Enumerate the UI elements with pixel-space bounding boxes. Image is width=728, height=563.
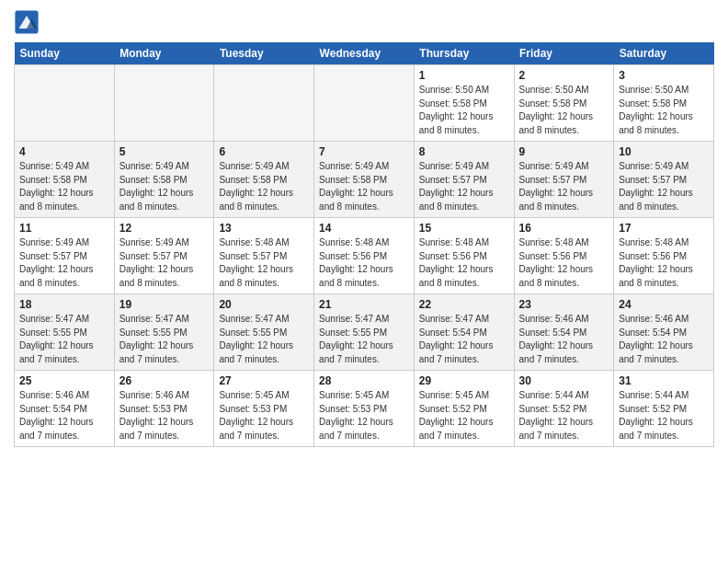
day-number: 2 bbox=[519, 69, 609, 82]
calendar-cell: 6Sunrise: 5:49 AM Sunset: 5:58 PM Daylig… bbox=[214, 142, 314, 218]
day-info: Sunrise: 5:49 AM Sunset: 5:58 PM Dayligh… bbox=[219, 160, 309, 213]
day-number: 17 bbox=[619, 222, 709, 235]
weekday-header-thursday: Thursday bbox=[414, 42, 514, 65]
calendar-cell: 16Sunrise: 5:48 AM Sunset: 5:56 PM Dayli… bbox=[514, 218, 614, 294]
calendar-cell: 18Sunrise: 5:47 AM Sunset: 5:55 PM Dayli… bbox=[15, 294, 115, 371]
calendar-cell: 23Sunrise: 5:46 AM Sunset: 5:54 PM Dayli… bbox=[514, 294, 614, 371]
calendar-cell: 13Sunrise: 5:48 AM Sunset: 5:57 PM Dayli… bbox=[214, 218, 314, 294]
day-number: 20 bbox=[219, 298, 309, 311]
calendar-header-row: SundayMondayTuesdayWednesdayThursdayFrid… bbox=[15, 42, 714, 65]
day-info: Sunrise: 5:46 AM Sunset: 5:54 PM Dayligh… bbox=[619, 313, 709, 366]
day-number: 1 bbox=[419, 69, 509, 82]
day-number: 23 bbox=[519, 298, 609, 311]
calendar-cell: 30Sunrise: 5:44 AM Sunset: 5:52 PM Dayli… bbox=[514, 371, 614, 447]
calendar-cell: 1Sunrise: 5:50 AM Sunset: 5:58 PM Daylig… bbox=[414, 65, 514, 142]
calendar-cell: 3Sunrise: 5:50 AM Sunset: 5:58 PM Daylig… bbox=[614, 65, 714, 142]
calendar-table: SundayMondayTuesdayWednesdayThursdayFrid… bbox=[14, 42, 714, 447]
logo-icon bbox=[14, 9, 40, 35]
calendar-cell bbox=[314, 65, 415, 142]
calendar-cell bbox=[214, 65, 314, 142]
calendar-cell: 2Sunrise: 5:50 AM Sunset: 5:58 PM Daylig… bbox=[514, 65, 614, 142]
day-number: 11 bbox=[19, 222, 109, 235]
day-info: Sunrise: 5:48 AM Sunset: 5:56 PM Dayligh… bbox=[519, 236, 609, 290]
day-info: Sunrise: 5:48 AM Sunset: 5:56 PM Dayligh… bbox=[419, 236, 509, 290]
day-number: 26 bbox=[119, 374, 210, 387]
day-info: Sunrise: 5:47 AM Sunset: 5:55 PM Dayligh… bbox=[119, 313, 210, 366]
calendar-week-1: 1Sunrise: 5:50 AM Sunset: 5:58 PM Daylig… bbox=[15, 65, 714, 142]
day-info: Sunrise: 5:45 AM Sunset: 5:53 PM Dayligh… bbox=[219, 389, 309, 442]
calendar-cell: 24Sunrise: 5:46 AM Sunset: 5:54 PM Dayli… bbox=[614, 294, 714, 371]
calendar-cell: 4Sunrise: 5:49 AM Sunset: 5:58 PM Daylig… bbox=[15, 142, 115, 218]
calendar-cell: 12Sunrise: 5:49 AM Sunset: 5:57 PM Dayli… bbox=[114, 218, 214, 294]
day-number: 7 bbox=[319, 145, 409, 158]
day-info: Sunrise: 5:49 AM Sunset: 5:57 PM Dayligh… bbox=[519, 160, 609, 213]
day-info: Sunrise: 5:47 AM Sunset: 5:55 PM Dayligh… bbox=[19, 313, 109, 366]
calendar-cell: 11Sunrise: 5:49 AM Sunset: 5:57 PM Dayli… bbox=[15, 218, 115, 294]
day-number: 18 bbox=[19, 298, 109, 311]
day-number: 27 bbox=[219, 374, 309, 387]
weekday-header-sunday: Sunday bbox=[15, 42, 115, 65]
day-number: 15 bbox=[419, 222, 509, 235]
day-number: 3 bbox=[619, 69, 709, 82]
logo bbox=[14, 9, 43, 35]
day-info: Sunrise: 5:49 AM Sunset: 5:57 PM Dayligh… bbox=[19, 236, 109, 290]
calendar-cell: 5Sunrise: 5:49 AM Sunset: 5:58 PM Daylig… bbox=[114, 142, 214, 218]
day-info: Sunrise: 5:49 AM Sunset: 5:57 PM Dayligh… bbox=[419, 160, 509, 213]
calendar-cell bbox=[15, 65, 115, 142]
day-number: 21 bbox=[319, 298, 409, 311]
weekday-header-monday: Monday bbox=[114, 42, 214, 65]
day-info: Sunrise: 5:48 AM Sunset: 5:56 PM Dayligh… bbox=[619, 236, 709, 290]
weekday-header-friday: Friday bbox=[514, 42, 614, 65]
calendar-cell: 20Sunrise: 5:47 AM Sunset: 5:55 PM Dayli… bbox=[214, 294, 314, 371]
calendar-cell: 9Sunrise: 5:49 AM Sunset: 5:57 PM Daylig… bbox=[514, 142, 614, 218]
day-info: Sunrise: 5:46 AM Sunset: 5:54 PM Dayligh… bbox=[519, 313, 609, 366]
calendar-cell: 15Sunrise: 5:48 AM Sunset: 5:56 PM Dayli… bbox=[414, 218, 514, 294]
calendar-cell: 26Sunrise: 5:46 AM Sunset: 5:53 PM Dayli… bbox=[114, 371, 214, 447]
calendar-cell: 29Sunrise: 5:45 AM Sunset: 5:52 PM Dayli… bbox=[414, 371, 514, 447]
day-info: Sunrise: 5:49 AM Sunset: 5:58 PM Dayligh… bbox=[19, 160, 109, 213]
day-number: 28 bbox=[319, 374, 409, 387]
day-info: Sunrise: 5:47 AM Sunset: 5:55 PM Dayligh… bbox=[219, 313, 309, 366]
weekday-header-wednesday: Wednesday bbox=[314, 42, 415, 65]
day-info: Sunrise: 5:49 AM Sunset: 5:57 PM Dayligh… bbox=[119, 236, 210, 290]
day-number: 6 bbox=[219, 145, 309, 158]
day-info: Sunrise: 5:46 AM Sunset: 5:54 PM Dayligh… bbox=[19, 389, 109, 442]
calendar-week-5: 25Sunrise: 5:46 AM Sunset: 5:54 PM Dayli… bbox=[15, 371, 714, 447]
calendar-cell: 22Sunrise: 5:47 AM Sunset: 5:54 PM Dayli… bbox=[414, 294, 514, 371]
day-number: 19 bbox=[119, 298, 210, 311]
day-number: 8 bbox=[419, 145, 509, 158]
calendar-cell: 25Sunrise: 5:46 AM Sunset: 5:54 PM Dayli… bbox=[15, 371, 115, 447]
day-info: Sunrise: 5:50 AM Sunset: 5:58 PM Dayligh… bbox=[519, 84, 609, 137]
calendar-cell: 7Sunrise: 5:49 AM Sunset: 5:58 PM Daylig… bbox=[314, 142, 415, 218]
day-info: Sunrise: 5:45 AM Sunset: 5:52 PM Dayligh… bbox=[419, 389, 509, 442]
day-info: Sunrise: 5:50 AM Sunset: 5:58 PM Dayligh… bbox=[619, 84, 709, 137]
day-number: 5 bbox=[119, 145, 210, 158]
page-header bbox=[14, 9, 714, 35]
weekday-header-saturday: Saturday bbox=[614, 42, 714, 65]
day-number: 30 bbox=[519, 374, 609, 387]
day-info: Sunrise: 5:46 AM Sunset: 5:53 PM Dayligh… bbox=[119, 389, 210, 442]
day-number: 13 bbox=[219, 222, 309, 235]
day-info: Sunrise: 5:44 AM Sunset: 5:52 PM Dayligh… bbox=[619, 389, 709, 442]
day-number: 22 bbox=[419, 298, 509, 311]
calendar-cell: 31Sunrise: 5:44 AM Sunset: 5:52 PM Dayli… bbox=[614, 371, 714, 447]
calendar-cell bbox=[114, 65, 214, 142]
day-number: 9 bbox=[519, 145, 609, 158]
day-info: Sunrise: 5:47 AM Sunset: 5:54 PM Dayligh… bbox=[419, 313, 509, 366]
day-number: 29 bbox=[419, 374, 509, 387]
day-info: Sunrise: 5:49 AM Sunset: 5:58 PM Dayligh… bbox=[319, 160, 409, 213]
calendar-week-4: 18Sunrise: 5:47 AM Sunset: 5:55 PM Dayli… bbox=[15, 294, 714, 371]
weekday-header-tuesday: Tuesday bbox=[214, 42, 314, 65]
day-info: Sunrise: 5:47 AM Sunset: 5:55 PM Dayligh… bbox=[319, 313, 409, 366]
day-info: Sunrise: 5:48 AM Sunset: 5:56 PM Dayligh… bbox=[319, 236, 409, 290]
day-info: Sunrise: 5:48 AM Sunset: 5:57 PM Dayligh… bbox=[219, 236, 309, 290]
calendar-week-2: 4Sunrise: 5:49 AM Sunset: 5:58 PM Daylig… bbox=[15, 142, 714, 218]
calendar-cell: 19Sunrise: 5:47 AM Sunset: 5:55 PM Dayli… bbox=[114, 294, 214, 371]
calendar-cell: 8Sunrise: 5:49 AM Sunset: 5:57 PM Daylig… bbox=[414, 142, 514, 218]
day-number: 31 bbox=[619, 374, 709, 387]
calendar-cell: 27Sunrise: 5:45 AM Sunset: 5:53 PM Dayli… bbox=[214, 371, 314, 447]
calendar-cell: 14Sunrise: 5:48 AM Sunset: 5:56 PM Dayli… bbox=[314, 218, 415, 294]
calendar-cell: 28Sunrise: 5:45 AM Sunset: 5:53 PM Dayli… bbox=[314, 371, 415, 447]
day-number: 16 bbox=[519, 222, 609, 235]
day-number: 12 bbox=[119, 222, 210, 235]
